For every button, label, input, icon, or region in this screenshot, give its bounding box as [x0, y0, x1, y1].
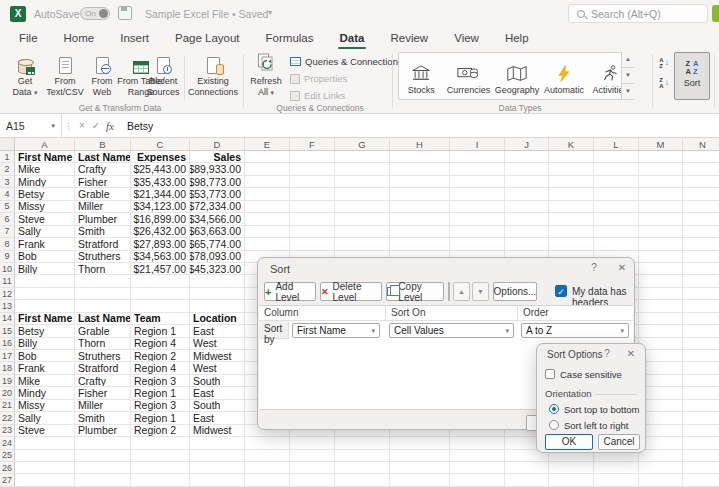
recent-sources-button[interactable]: Recent Sources: [144, 52, 182, 102]
cell-K5[interactable]: [549, 201, 594, 213]
cell-H25[interactable]: [390, 450, 450, 462]
cell-A25[interactable]: [15, 450, 75, 462]
cell-D15[interactable]: East: [190, 325, 245, 337]
row-header-24[interactable]: 24: [0, 437, 15, 449]
cell-C15[interactable]: Region 1: [131, 325, 190, 337]
cell-B3[interactable]: Fisher: [75, 176, 131, 188]
cell-B24[interactable]: [75, 437, 131, 449]
cell-D4[interactable]: $53,773.00: [190, 188, 245, 200]
cell-D23[interactable]: Midwest: [190, 425, 245, 437]
cell-I4[interactable]: [450, 188, 505, 200]
cell-C1[interactable]: Expenses: [131, 151, 190, 163]
cell-A16[interactable]: Billy: [15, 338, 75, 350]
cell-L26[interactable]: [594, 462, 639, 474]
cell-I7[interactable]: [450, 226, 505, 238]
row-header-10[interactable]: 10: [0, 263, 15, 275]
delete-level-button[interactable]: ✕ Delete Level: [320, 282, 382, 301]
row-header-3[interactable]: 3: [0, 176, 15, 188]
cell-C26[interactable]: [131, 462, 190, 474]
enter-check-icon[interactable]: ✓: [89, 120, 103, 131]
cell-A10[interactable]: Billy: [15, 263, 75, 275]
cell-B22[interactable]: Smith: [75, 412, 131, 424]
cell-I24[interactable]: [450, 437, 505, 449]
tab-insert[interactable]: Insert: [107, 28, 162, 50]
cell-K26[interactable]: [549, 462, 594, 474]
cell-B10[interactable]: Thorn: [75, 263, 131, 275]
cell-H2[interactable]: [390, 163, 450, 175]
cell-L6[interactable]: [594, 213, 639, 225]
column-dropdown[interactable]: First Name ▾: [292, 323, 380, 338]
cell-N6[interactable]: [683, 213, 719, 225]
row-header-21[interactable]: 21: [0, 400, 15, 412]
row-header-9[interactable]: 9: [0, 251, 15, 263]
cell-A9[interactable]: Bob: [15, 251, 75, 263]
cell-M25[interactable]: [639, 450, 683, 462]
cell-D16[interactable]: West: [190, 338, 245, 350]
cell-F6[interactable]: [290, 213, 335, 225]
tab-file[interactable]: File: [6, 28, 51, 50]
cell-N4[interactable]: [683, 188, 719, 200]
cell-A11[interactable]: [15, 275, 75, 287]
cell-B26[interactable]: [75, 462, 131, 474]
cell-A1[interactable]: First Name: [15, 151, 75, 163]
cell-J8[interactable]: [505, 238, 549, 250]
cell-M9[interactable]: [639, 251, 683, 263]
row-header-19[interactable]: 19: [0, 375, 15, 387]
cell-A21[interactable]: Missy: [15, 400, 75, 412]
cell-D1[interactable]: Sales: [190, 151, 245, 163]
name-box[interactable]: A15 ▾: [0, 114, 62, 137]
cell-M3[interactable]: [639, 176, 683, 188]
cell-H24[interactable]: [390, 437, 450, 449]
cell-E1[interactable]: [245, 151, 290, 163]
cell-N12[interactable]: [683, 288, 719, 300]
col-header-B[interactable]: B: [75, 138, 131, 150]
cell-M7[interactable]: [639, 226, 683, 238]
cell-L1[interactable]: [594, 151, 639, 163]
cell-A17[interactable]: Bob: [15, 350, 75, 362]
col-header-M[interactable]: M: [639, 138, 683, 150]
cell-H7[interactable]: [390, 226, 450, 238]
get-data-button[interactable]: Get Data ▾: [6, 52, 44, 102]
row-header-16[interactable]: 16: [0, 338, 15, 350]
cell-G7[interactable]: [335, 226, 390, 238]
gallery-up-icon[interactable]: ▲: [622, 52, 634, 68]
cell-F26[interactable]: [290, 462, 335, 474]
cell-H26[interactable]: [390, 462, 450, 474]
cell-E4[interactable]: [245, 188, 290, 200]
tab-review[interactable]: Review: [377, 28, 441, 50]
row-header-22[interactable]: 22: [0, 412, 15, 424]
cell-K1[interactable]: [549, 151, 594, 163]
cell-C7[interactable]: $26,432.00: [131, 226, 190, 238]
cell-A27[interactable]: [15, 474, 75, 486]
cell-B20[interactable]: Fisher: [75, 387, 131, 399]
cell-C19[interactable]: Region 3: [131, 375, 190, 387]
cell-N24[interactable]: [683, 437, 719, 449]
cell-K6[interactable]: [549, 213, 594, 225]
queries-connections-button[interactable]: Queries & Connections: [290, 56, 403, 67]
cell-B11[interactable]: [75, 275, 131, 287]
tab-home[interactable]: Home: [51, 28, 108, 50]
cell-A20[interactable]: Mindy: [15, 387, 75, 399]
cell-E8[interactable]: [245, 238, 290, 250]
cell-E24[interactable]: [245, 437, 290, 449]
cell-L5[interactable]: [594, 201, 639, 213]
cell-C10[interactable]: $21,457.00: [131, 263, 190, 275]
cell-B14[interactable]: Last Name: [75, 313, 131, 325]
cell-B13[interactable]: [75, 300, 131, 312]
cell-A22[interactable]: Sally: [15, 412, 75, 424]
cell-D5[interactable]: $72,334.00: [190, 201, 245, 213]
cell-D12[interactable]: [190, 288, 245, 300]
cell-D27[interactable]: [190, 474, 245, 486]
cell-F24[interactable]: [290, 437, 335, 449]
cell-J2[interactable]: [505, 163, 549, 175]
cell-J7[interactable]: [505, 226, 549, 238]
datatype-currencies[interactable]: Currencies: [444, 53, 494, 99]
cell-D6[interactable]: $34,566.00: [190, 213, 245, 225]
cell-H3[interactable]: [390, 176, 450, 188]
cell-B27[interactable]: [75, 474, 131, 486]
cell-C24[interactable]: [131, 437, 190, 449]
options-ok-button[interactable]: OK: [545, 434, 593, 450]
add-level-button[interactable]: + Add Level: [264, 282, 316, 301]
cell-H1[interactable]: [390, 151, 450, 163]
cell-G27[interactable]: [335, 474, 390, 486]
